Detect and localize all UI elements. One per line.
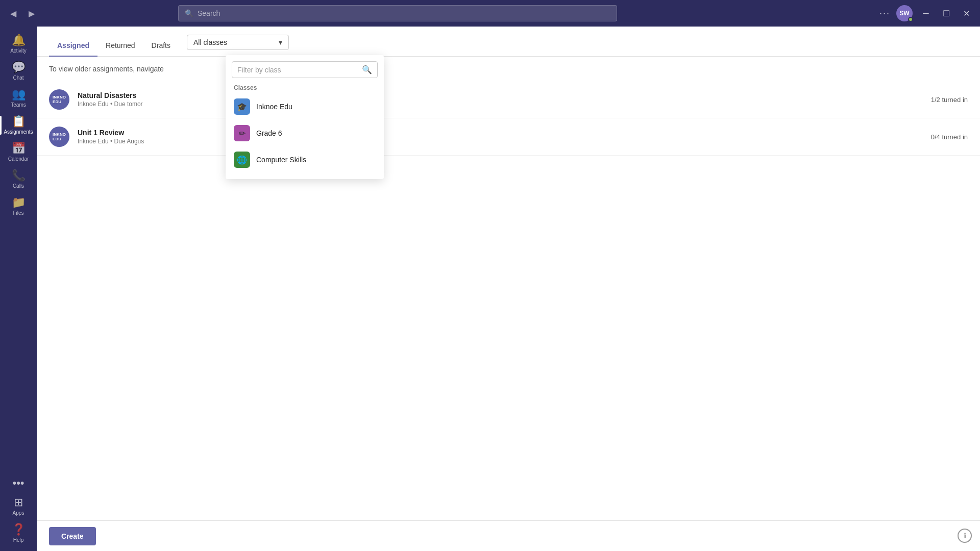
sidebar-label-apps: Apps — [13, 510, 24, 516]
sidebar-label-files: Files — [13, 210, 23, 216]
sidebar-item-teams[interactable]: 👥 Teams — [0, 85, 37, 112]
help-icon: ❓ — [12, 524, 26, 535]
assignments-header: Assigned Returned Drafts All classes ▾ — [37, 27, 980, 57]
sidebar-label-teams: Teams — [11, 102, 26, 108]
class-filter-label: All classes — [193, 38, 227, 46]
title-bar-actions: ··· SW ─ ☐ ✕ — [879, 5, 974, 21]
assignment-status-unit1: 0/4 turned in — [931, 133, 968, 141]
activity-icon: 🔔 — [12, 35, 26, 46]
dropdown-search-box[interactable]: 🔍 — [232, 61, 378, 78]
files-icon: 📁 — [12, 197, 26, 208]
sidebar: 🔔 Activity 💬 Chat 👥 Teams 📋 Assignments … — [0, 27, 37, 551]
search-bar[interactable]: 🔍 — [178, 5, 617, 21]
calls-icon: 📞 — [12, 170, 26, 181]
avatar-text: INKNOEDU — [53, 132, 66, 141]
filter-by-class-input[interactable] — [237, 66, 358, 74]
back-button[interactable]: ◀ — [6, 6, 20, 20]
assignment-info-unit1: Unit 1 Review Inknoe Edu • Due Augus — [78, 129, 923, 145]
close-button[interactable]: ✕ — [960, 6, 974, 20]
sidebar-label-calls: Calls — [13, 183, 24, 189]
calendar-icon: 📅 — [12, 143, 26, 154]
assignment-title: Natural Disasters — [78, 91, 923, 99]
maximize-button[interactable]: ☐ — [939, 6, 953, 20]
info-button[interactable]: ℹ — [958, 529, 972, 543]
older-assignments-text: To view older assignments, navigate — [37, 57, 980, 81]
search-icon: 🔍 — [185, 9, 193, 17]
grade6-icon: ✏ — [234, 125, 250, 141]
computer-skills-icon: 🌐 — [234, 152, 250, 168]
avatar-button[interactable]: SW — [896, 5, 913, 21]
apps-icon: ⊞ — [14, 497, 23, 508]
class-filter-dropdown: 🔍 Classes 🎓 Inknoe Edu ✏ Grade 6 🌐 Compu… — [226, 55, 384, 179]
assignment-subtitle: Inknoe Edu • Due Augus — [78, 138, 923, 145]
sidebar-item-calendar[interactable]: 📅 Calendar — [0, 139, 37, 166]
chevron-down-icon: ▾ — [279, 38, 282, 46]
class-filter-button[interactable]: All classes ▾ — [187, 35, 289, 50]
assignment-avatar-unit1: INKNOEDU — [49, 127, 69, 147]
create-button[interactable]: Create — [49, 527, 96, 545]
avatar-text: INKNOEDU — [53, 95, 66, 104]
title-bar: ◀ ▶ 🔍 ··· SW ─ ☐ ✕ — [0, 0, 980, 27]
content-area: Assigned Returned Drafts All classes ▾ T… — [37, 27, 980, 551]
tab-returned[interactable]: Returned — [97, 35, 143, 57]
more-dots-icon: ••• — [12, 478, 24, 489]
sidebar-item-apps[interactable]: ⊞ Apps — [12, 493, 26, 520]
sidebar-bottom: ••• ⊞ Apps ❓ Help — [12, 473, 26, 547]
assignment-status-natural-disasters: 1/2 turned in — [931, 96, 968, 104]
assignments-icon: 📋 — [12, 116, 26, 127]
bottom-bar: Create ℹ — [37, 520, 980, 551]
sidebar-label-activity: Activity — [10, 48, 27, 54]
search-input[interactable] — [198, 9, 610, 17]
assignment-row[interactable]: INKNOEDU Unit 1 Review Inknoe Edu • Due … — [37, 118, 980, 156]
dropdown-search-icon: 🔍 — [362, 65, 372, 74]
grade6-label: Grade 6 — [256, 129, 282, 137]
online-status-indicator — [908, 17, 913, 22]
navigation-buttons: ◀ ▶ — [6, 6, 39, 20]
sidebar-label-help: Help — [13, 537, 24, 543]
sidebar-item-chat[interactable]: 💬 Chat — [0, 58, 37, 85]
sidebar-label-chat: Chat — [13, 75, 23, 81]
assignment-info-natural-disasters: Natural Disasters Inknoe Edu • Due tomor — [78, 91, 923, 108]
sidebar-label-assignments: Assignments — [4, 129, 33, 135]
sidebar-item-calls[interactable]: 📞 Calls — [0, 166, 37, 193]
sidebar-item-files[interactable]: 📁 Files — [0, 193, 37, 220]
sidebar-item-more-dots[interactable]: ••• — [12, 473, 26, 493]
dropdown-item-grade6[interactable]: ✏ Grade 6 — [226, 120, 384, 146]
assignment-avatar-natural-disasters: INKNOEDU — [49, 89, 69, 110]
sidebar-item-help[interactable]: ❓ Help — [12, 520, 26, 547]
sidebar-item-assignments[interactable]: 📋 Assignments — [0, 112, 37, 139]
chat-icon: 💬 — [12, 62, 26, 73]
assignment-subtitle: Inknoe Edu • Due tomor — [78, 101, 923, 108]
sidebar-item-activity[interactable]: 🔔 Activity — [0, 31, 37, 58]
forward-button[interactable]: ▶ — [24, 6, 39, 20]
teams-icon: 👥 — [12, 89, 26, 100]
tab-assigned[interactable]: Assigned — [49, 35, 97, 57]
inknoe-edu-label: Inknoe Edu — [256, 103, 292, 111]
assignment-row[interactable]: INKNOEDU Natural Disasters Inknoe Edu • … — [37, 81, 980, 118]
dropdown-item-inknoe-edu[interactable]: 🎓 Inknoe Edu — [226, 93, 384, 120]
inknoe-edu-icon: 🎓 — [234, 98, 250, 115]
avatar-initials: SW — [899, 10, 909, 17]
more-options-button[interactable]: ··· — [879, 8, 890, 19]
dropdown-item-computer-skills[interactable]: 🌐 Computer Skills — [226, 146, 384, 173]
classes-section-label: Classes — [226, 82, 384, 93]
sidebar-label-calendar: Calendar — [8, 156, 29, 162]
tab-drafts[interactable]: Drafts — [143, 35, 179, 57]
computer-skills-label: Computer Skills — [256, 156, 306, 164]
assignment-title: Unit 1 Review — [78, 129, 923, 137]
main-layout: 🔔 Activity 💬 Chat 👥 Teams 📋 Assignments … — [0, 27, 980, 551]
minimize-button[interactable]: ─ — [919, 6, 933, 20]
